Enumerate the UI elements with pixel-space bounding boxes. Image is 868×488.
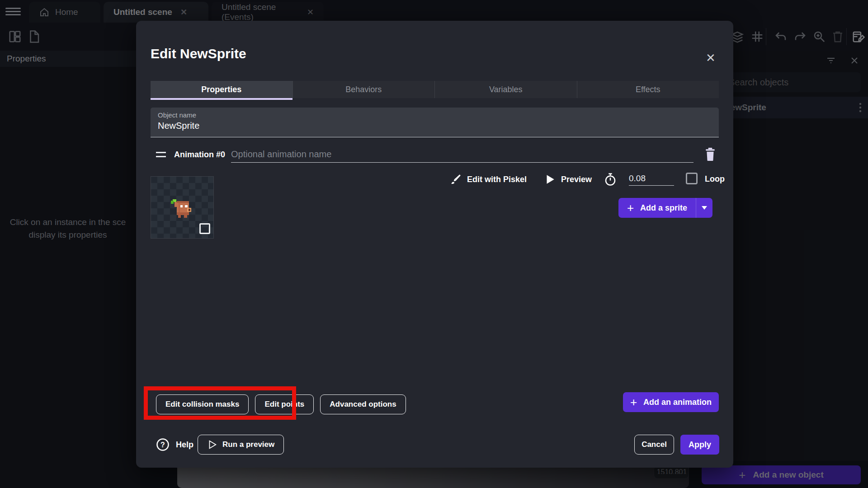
plus-icon: + [630, 396, 637, 408]
tab-properties[interactable]: Properties [151, 81, 292, 98]
dialog-tabs: Properties Behaviors Variables Effects [151, 81, 719, 98]
advanced-options-button[interactable]: Advanced options [320, 394, 406, 414]
dialog-title: Edit NewSprite [151, 46, 246, 61]
preview-label: Preview [561, 175, 592, 184]
play-icon [544, 174, 556, 185]
preview-animation-button[interactable]: Preview [544, 171, 592, 188]
drag-handle-icon[interactable] [156, 152, 166, 157]
help-label: Help [176, 440, 193, 450]
animation-row: Animation #0 [151, 146, 719, 164]
edit-collision-masks-button[interactable]: Edit collision masks [156, 394, 249, 414]
object-name-field[interactable]: Object name NewSprite [151, 108, 719, 137]
sprite-frame-thumbnail[interactable] [151, 176, 214, 239]
svg-text:?: ? [160, 441, 165, 449]
add-sprite-dropdown-button[interactable] [696, 198, 712, 218]
tab-effects[interactable]: Effects [577, 81, 719, 98]
caret-down-icon [701, 206, 708, 210]
add-sprite-label: Add a sprite [640, 203, 687, 213]
edit-with-piskel-button[interactable]: Edit with Piskel [450, 171, 527, 188]
object-name-value: NewSprite [158, 121, 712, 131]
edit-sprite-dialog: Edit NewSprite ✕ Properties Behaviors Va… [136, 21, 733, 468]
cancel-button[interactable]: Cancel [634, 435, 674, 455]
add-animation-label: Add an animation [643, 398, 712, 407]
time-between-frames-input[interactable] [629, 171, 674, 186]
frame-select-checkbox[interactable] [199, 223, 210, 234]
tab-variables[interactable]: Variables [434, 81, 577, 98]
dialog-footer: ? Help Run a preview Cancel Apply [156, 435, 719, 455]
pig-sprite-image [168, 198, 193, 221]
run-preview-label: Run a preview [222, 440, 274, 449]
loop-checkbox[interactable] [686, 173, 698, 184]
add-sprite-button[interactable]: + Add a sprite [618, 198, 696, 218]
frame-actions-row: Edit with Piskel Preview Loop [151, 171, 719, 188]
apply-button[interactable]: Apply [680, 435, 719, 455]
edit-points-button[interactable]: Edit points [255, 394, 314, 414]
plus-icon: + [627, 202, 634, 214]
sprite-tools-row: Edit collision masks Edit points Advance… [156, 394, 406, 414]
add-sprite-split-button: + Add a sprite [618, 198, 712, 218]
help-button[interactable]: ? Help [156, 435, 193, 455]
brush-icon [450, 174, 462, 185]
loop-label: Loop [705, 174, 725, 184]
animation-label: Animation #0 [174, 150, 225, 160]
dialog-close-icon[interactable]: ✕ [704, 52, 717, 64]
question-circle-icon: ? [156, 438, 170, 451]
delete-animation-trash-icon[interactable] [704, 147, 716, 161]
edit-with-piskel-label: Edit with Piskel [467, 175, 527, 184]
object-name-label: Object name [158, 111, 712, 119]
run-preview-button[interactable]: Run a preview [198, 435, 284, 455]
animation-name-input[interactable] [231, 146, 693, 163]
play-outline-icon [207, 440, 217, 450]
stopwatch-icon [604, 171, 617, 188]
add-animation-button[interactable]: + Add an animation [623, 392, 719, 412]
tab-behaviors[interactable]: Behaviors [292, 81, 435, 98]
gdevelop-window: Home Untitled scene ✕ Untitled scene (Ev… [0, 0, 868, 488]
